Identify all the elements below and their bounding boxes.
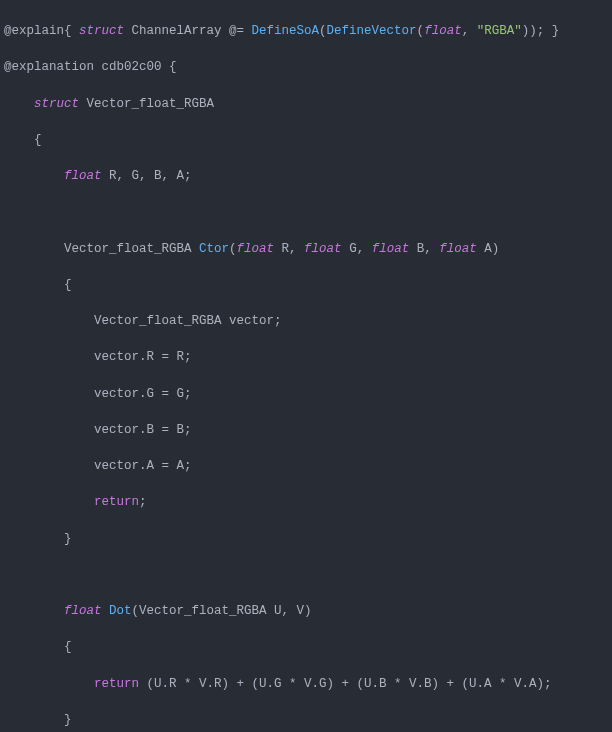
struct-name: Vector_float_RGBA (79, 97, 214, 111)
paren: ( (229, 242, 237, 256)
blank-line (4, 203, 608, 221)
return-type: Vector_float_RGBA (64, 242, 199, 256)
code-line: struct Vector_float_RGBA (4, 95, 608, 113)
code-line: float Dot(Vector_float_RGBA U, V) (4, 602, 608, 620)
func-ctor: Ctor (199, 242, 229, 256)
annotation: @explain{ (4, 24, 79, 38)
code-line: { (4, 131, 608, 149)
statement: vector.B = B; (4, 423, 192, 437)
func-call: DefineVector (327, 24, 417, 38)
type-float: float (64, 169, 102, 183)
type-float: float (424, 24, 462, 38)
string-literal: "RGBA" (477, 24, 522, 38)
code-line: float R, G, B, A; (4, 167, 608, 185)
indent (4, 677, 94, 691)
arg: B, (409, 242, 439, 256)
semicolon: ; (139, 495, 147, 509)
code-line: Vector_float_RGBA vector; (4, 312, 608, 330)
arg: G, (342, 242, 372, 256)
keyword-return: return (94, 677, 139, 691)
brace: { (4, 133, 42, 147)
code-editor[interactable]: @explain{ struct ChannelArray @= DefineS… (0, 0, 612, 732)
func-dot: Dot (109, 604, 132, 618)
indent (4, 242, 64, 256)
tail: )); } (522, 24, 560, 38)
indent (4, 169, 64, 183)
space (102, 604, 110, 618)
code-line: } (4, 711, 608, 729)
type-float: float (439, 242, 477, 256)
code-line: vector.A = A; (4, 457, 608, 475)
code-line: @explain{ struct ChannelArray @= DefineS… (4, 22, 608, 40)
code-line: vector.G = G; (4, 385, 608, 403)
type-float: float (64, 604, 102, 618)
brace: { (4, 278, 72, 292)
statement: vector.R = R; (4, 350, 192, 364)
statement: vector.A = A; (4, 459, 192, 473)
type-float: float (237, 242, 275, 256)
arg: A) (477, 242, 500, 256)
keyword-struct: struct (79, 24, 124, 38)
annotation: @explanation cdb02c00 { (4, 60, 177, 74)
code-line: vector.B = B; (4, 421, 608, 439)
code-line: { (4, 638, 608, 656)
code-line: } (4, 530, 608, 548)
brace: } (4, 713, 72, 727)
code-line: vector.R = R; (4, 348, 608, 366)
code-line: @explanation cdb02c00 { (4, 58, 608, 76)
arg: R, (274, 242, 304, 256)
brace: { (4, 640, 72, 654)
indent (4, 495, 94, 509)
code-line: Vector_float_RGBA Ctor(float R, float G,… (4, 240, 608, 258)
type-float: float (372, 242, 410, 256)
identifier: ChannelArray @= (124, 24, 252, 38)
expression: (U.R * V.R) + (U.G * V.G) + (U.B * V.B) … (139, 677, 552, 691)
keyword-struct: struct (34, 97, 79, 111)
type-float: float (304, 242, 342, 256)
comma: , (462, 24, 477, 38)
code-line: { (4, 276, 608, 294)
indent (4, 97, 34, 111)
code-line: return; (4, 493, 608, 511)
args: (Vector_float_RGBA U, V) (132, 604, 312, 618)
blank-line (4, 566, 608, 584)
keyword-return: return (94, 495, 139, 509)
func-call: DefineSoA (252, 24, 320, 38)
paren: ( (319, 24, 327, 38)
brace: } (4, 532, 72, 546)
paren: ( (417, 24, 425, 38)
statement: Vector_float_RGBA vector; (4, 314, 282, 328)
code-line: return (U.R * V.R) + (U.G * V.G) + (U.B … (4, 675, 608, 693)
statement: vector.G = G; (4, 387, 192, 401)
members: R, G, B, A; (102, 169, 192, 183)
indent (4, 604, 64, 618)
